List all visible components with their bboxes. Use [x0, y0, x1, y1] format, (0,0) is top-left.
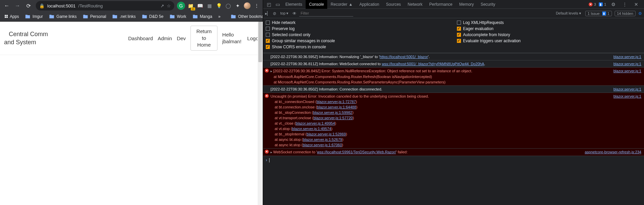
- stack-link[interactable]: blazor.server.js:1:52869: [307, 132, 346, 136]
- console-log-error[interactable]: ✕▸WebSocket connection to 'wss://localho…: [263, 148, 644, 156]
- stack-link[interactable]: blazor.server.js:1:52679: [303, 137, 342, 142]
- log-source-link[interactable]: aspnetcore-browser-refresh.js:234: [582, 149, 641, 155]
- log-inline-link[interactable]: wss://localhost:5001/_blazor?id=yPAMN8Uq…: [382, 62, 484, 66]
- tab-console[interactable]: Console: [306, 0, 327, 9]
- tab-application[interactable]: Application: [356, 0, 383, 9]
- stack-link[interactable]: blazor.server.js:1:49954: [296, 121, 335, 125]
- log-inline-link[interactable]: https://localhost:5001/_blazor: [380, 55, 428, 59]
- apps-label: Apps: [10, 14, 19, 19]
- nav-links: Dashboard Admin Dev Return to Home Hello…: [128, 26, 263, 51]
- stack-link[interactable]: blazor.server.js:1:72787: [316, 100, 356, 104]
- setting-selected-context-only[interactable]: Selected context only: [266, 32, 450, 38]
- page-scrollbar[interactable]: [258, 22, 263, 205]
- console-log-info[interactable]: [2022-02-22T06:30:36.850Z] Information: …: [263, 85, 644, 93]
- console-log-info[interactable]: [2022-02-22T06:30:36.811Z] Information: …: [263, 60, 644, 67]
- nav-dev[interactable]: Dev: [177, 35, 186, 41]
- setting-show-cors-errors-in-console[interactable]: Show CORS errors in console: [266, 44, 450, 50]
- stack-link[interactable]: blazor.server.js:1:57720: [313, 116, 353, 120]
- console-sidebar-toggle-icon[interactable]: ▸▏: [265, 11, 270, 16]
- stack-link[interactable]: blazor.server.js:1:67060: [303, 143, 342, 147]
- setting-label: Group similar messages in console: [272, 39, 335, 43]
- grammarly-icon[interactable]: G: [177, 2, 185, 10]
- console-prompt[interactable]: ›: [263, 156, 644, 164]
- bookmark-net-links[interactable]: .net links: [109, 12, 138, 21]
- stack-link[interactable]: blazor.server.js:1:64488: [317, 105, 356, 109]
- app-brand[interactable]: Central Comm and System: [4, 30, 48, 46]
- filter-input[interactable]: [299, 10, 353, 17]
- issues-pill[interactable]: 1 Issue:▮1: [585, 11, 612, 16]
- forward-button[interactable]: →: [13, 1, 22, 10]
- log-inline-link[interactable]: wss://localhost:59961/TenDSecurity.Web.R…: [317, 150, 396, 154]
- log-source-link[interactable]: blazor.server.js:1: [611, 94, 641, 99]
- context-dropdown[interactable]: top ▾: [279, 10, 290, 16]
- setting-eager-evaluation[interactable]: Eager evaluation: [457, 26, 641, 32]
- setting-group-similar-messages-in-console[interactable]: Group similar messages in console: [266, 38, 450, 44]
- stack-link[interactable]: blazor.server.js:1:49574: [292, 127, 331, 131]
- live-expression-icon[interactable]: 👁: [292, 11, 297, 16]
- nav-dashboard[interactable]: Dashboard: [128, 35, 153, 41]
- console-log-error[interactable]: ✕Uncaught (in promise) Error: Invocation…: [263, 93, 644, 148]
- share-icon[interactable]: ↗: [160, 3, 164, 8]
- devtools-menu-icon[interactable]: ⋮: [620, 0, 629, 9]
- devtools-settings-icon[interactable]: ⚙: [609, 0, 618, 9]
- tab-security[interactable]: Security: [477, 0, 498, 9]
- error-count-badge[interactable]: ✕3: [589, 2, 596, 6]
- reload-button[interactable]: ⟳: [24, 1, 33, 10]
- book-icon[interactable]: 📖: [196, 2, 204, 10]
- back-button[interactable]: ←: [2, 1, 11, 10]
- bulb-icon[interactable]: 💡: [215, 2, 223, 10]
- setting-log-xmlhttprequests[interactable]: Log XMLHttpRequests: [457, 20, 641, 26]
- bookmark-manga[interactable]: Manga: [190, 12, 215, 21]
- device-toolbar-icon[interactable]: ▭: [273, 0, 282, 9]
- log-source-link[interactable]: blazor.server.js:1: [611, 61, 641, 67]
- extensions-icon[interactable]: ✦: [234, 2, 242, 10]
- bookmark-work[interactable]: Work: [167, 12, 189, 21]
- checkbox-icon: [457, 39, 461, 43]
- bookmarks-overflow[interactable]: »: [215, 13, 223, 20]
- apps-shortcut[interactable]: Apps: [2, 13, 22, 20]
- nav-return-home[interactable]: Return to Home: [190, 26, 217, 51]
- log-source-link[interactable]: blazor.server.js:1: [611, 68, 641, 74]
- inspect-icon[interactable]: ◰: [264, 0, 273, 9]
- url-path: /TestRouting: [78, 3, 103, 8]
- tab-performance[interactable]: Performance: [426, 0, 456, 9]
- setting-hide-network[interactable]: Hide network: [266, 20, 450, 26]
- hidden-pill[interactable]: 14 hidden: [615, 11, 636, 16]
- log-source-link[interactable]: blazor.server.js:1: [611, 54, 641, 59]
- setting-evaluate-triggers-user-activation[interactable]: Evaluate triggers user activation: [457, 38, 641, 44]
- bookmark-dnd[interactable]: D&D 5e: [139, 12, 166, 21]
- expand-arrow-icon[interactable]: ▸: [271, 69, 273, 74]
- star-icon[interactable]: ☆: [167, 3, 171, 8]
- stack-link[interactable]: blazor.server.js:1:59982: [313, 110, 352, 114]
- bookmark-personal[interactable]: Personal: [80, 12, 109, 21]
- console-log-info[interactable]: [2022-02-22T06:30:36.595Z] Information: …: [263, 53, 644, 60]
- expand-arrow-icon[interactable]: ▸: [271, 150, 273, 155]
- console-settings-icon[interactable]: ⚙: [638, 11, 642, 16]
- tab-sources[interactable]: Sources: [383, 0, 404, 9]
- news-icon[interactable]: ▦: [205, 2, 213, 10]
- console-log-error[interactable]: ✕▸[2022-02-22T06:30:36.849Z] Error: Syst…: [263, 67, 644, 85]
- tab-elements[interactable]: Elements: [282, 0, 306, 9]
- clear-console-icon[interactable]: ⊘: [273, 11, 276, 16]
- circle-icon[interactable]: ◯: [224, 2, 232, 10]
- tab-network[interactable]: Network: [404, 0, 426, 9]
- setting-autocomplete-from-history[interactable]: Autocomplete from history: [457, 32, 641, 38]
- profile-avatar[interactable]: [243, 2, 251, 10]
- bookmarks-bar: Apps Imgur Game links Personal .net link…: [0, 11, 263, 22]
- console-output[interactable]: [2022-02-22T06:30:36.595Z] Information: …: [263, 53, 644, 205]
- tab-recorder[interactable]: Recorder▲: [327, 0, 356, 9]
- extension-folder-icon[interactable]: 📁11: [186, 2, 195, 10]
- issues-badge[interactable]: ▮1: [599, 2, 606, 6]
- menu-icon[interactable]: ⋮: [253, 2, 261, 10]
- nav-admin[interactable]: Admin: [158, 35, 172, 41]
- page-content: Central Comm and System Dashboard Admin …: [0, 22, 263, 205]
- bookmark-game-links[interactable]: Game links: [46, 12, 79, 21]
- levels-dropdown[interactable]: Default levels ▾: [555, 10, 583, 16]
- setting-preserve-log[interactable]: Preserve log: [266, 26, 450, 32]
- log-source-link[interactable]: blazor.server.js:1: [611, 86, 641, 92]
- devtools-close-icon[interactable]: ✕: [632, 0, 641, 9]
- tab-memory[interactable]: Memory: [456, 0, 477, 9]
- app-navbar: Central Comm and System Dashboard Admin …: [0, 22, 263, 55]
- bookmark-imgur[interactable]: Imgur: [22, 12, 46, 21]
- url-bar[interactable]: 🔒 localhost:5001/TestRouting ↗ ☆: [36, 1, 174, 10]
